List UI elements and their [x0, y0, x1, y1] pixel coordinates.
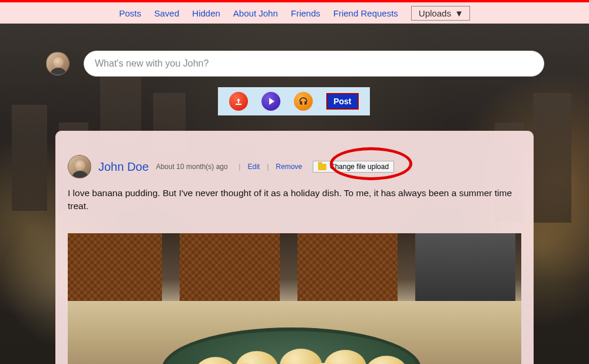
change-upload-label: Change file upload: [330, 163, 389, 171]
post-button[interactable]: Post: [326, 93, 358, 110]
post-header: John Doe About 10 month(s) ago | Edit | …: [68, 155, 521, 178]
nav-posts[interactable]: Posts: [119, 8, 141, 18]
nav-friends[interactable]: Friends: [291, 8, 320, 18]
folder-icon: [318, 164, 326, 170]
post-edit-link[interactable]: Edit: [248, 163, 260, 171]
video-icon[interactable]: [262, 92, 280, 111]
nav-hidden[interactable]: Hidden: [192, 8, 220, 18]
post-body-text: I love banana pudding. But I've never th…: [68, 187, 521, 212]
change-file-upload-button[interactable]: Change file upload: [313, 161, 394, 173]
audio-icon[interactable]: [294, 92, 313, 111]
upload-photo-icon[interactable]: [229, 92, 248, 111]
avatar[interactable]: [46, 52, 70, 75]
nav-about[interactable]: About John: [233, 8, 278, 18]
nav-friend-requests[interactable]: Friend Requests: [333, 8, 398, 18]
post-timestamp: About 10 month(s) ago: [156, 163, 228, 171]
composer-input[interactable]: [84, 51, 544, 77]
post-attached-image[interactable]: [68, 233, 521, 364]
chevron-down-icon: ▼: [455, 8, 464, 18]
nav-saved[interactable]: Saved: [154, 8, 180, 18]
post-author-link[interactable]: John Doe: [98, 160, 149, 174]
separator: |: [267, 163, 269, 171]
post-author-avatar[interactable]: [68, 155, 91, 178]
nav-uploads-label: Uploads: [419, 8, 451, 18]
nav-uploads-dropdown[interactable]: Uploads ▼: [411, 6, 470, 21]
composer: [46, 51, 544, 77]
composer-action-bar: Post: [218, 87, 370, 115]
separator: |: [235, 163, 241, 171]
feed-post-card: John Doe About 10 month(s) ago | Edit | …: [55, 131, 534, 364]
nav-bar: Posts Saved Hidden About John Friends Fr…: [0, 2, 589, 24]
post-remove-link[interactable]: Remove: [276, 163, 302, 171]
